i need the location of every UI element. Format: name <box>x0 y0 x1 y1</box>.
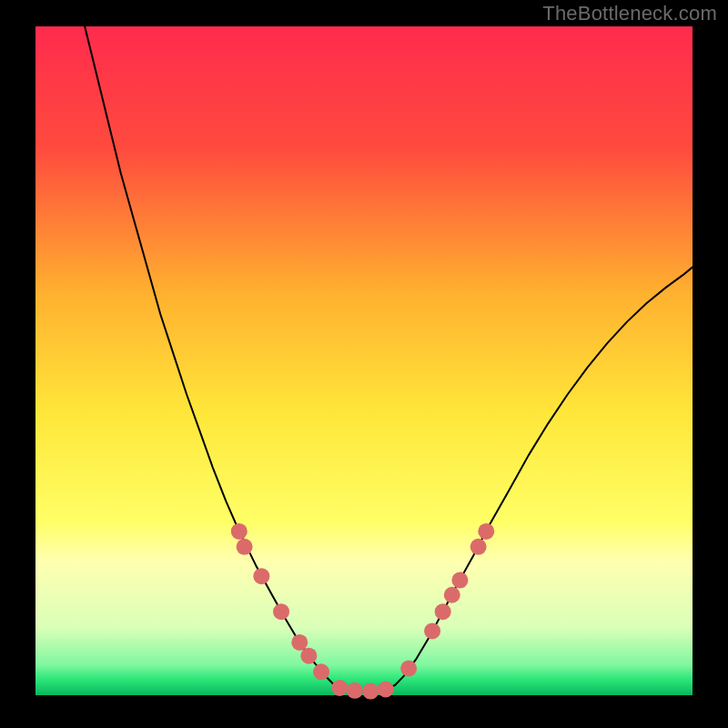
marker-right-branch-dots-5 <box>470 539 487 555</box>
marker-left-branch-dots-3 <box>273 603 289 620</box>
marker-left-branch-dots-5 <box>300 648 317 664</box>
marker-valley-floor-dots-3 <box>378 681 394 697</box>
marker-left-branch-dots-0 <box>231 523 248 540</box>
marker-right-branch-dots-0 <box>400 661 417 677</box>
marker-left-branch-dots-6 <box>313 663 329 680</box>
marker-valley-floor-dots-1 <box>347 682 363 699</box>
marker-left-branch-dots-4 <box>291 634 308 651</box>
marker-right-branch-dots-2 <box>435 603 451 620</box>
marker-right-branch-dots-6 <box>478 523 494 540</box>
marker-valley-floor-dots-0 <box>331 680 348 696</box>
marker-right-branch-dots-4 <box>451 572 468 589</box>
chart-stage: TheBottleneck.com <box>0 0 728 728</box>
marker-left-branch-dots-1 <box>237 539 253 555</box>
bottleneck-chart <box>0 0 728 728</box>
marker-right-branch-dots-1 <box>424 622 440 639</box>
watermark-text: TheBottleneck.com <box>542 2 717 25</box>
marker-valley-floor-dots-2 <box>362 683 379 700</box>
marker-left-branch-dots-2 <box>253 568 269 584</box>
marker-right-branch-dots-3 <box>444 587 460 603</box>
